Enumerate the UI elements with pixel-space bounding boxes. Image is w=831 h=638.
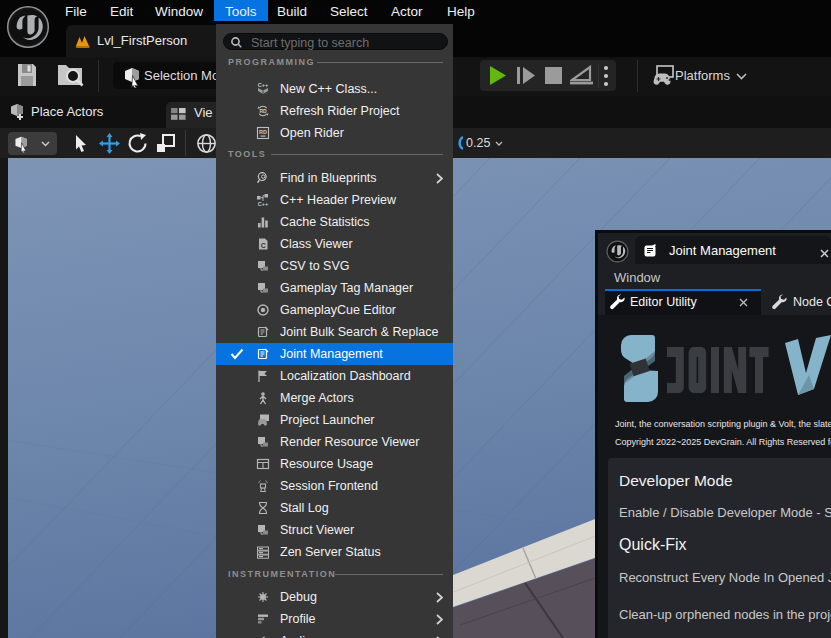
svg-text:RD: RD	[259, 129, 267, 135]
svg-text:RD: RD	[259, 108, 267, 114]
svg-text:C++: C++	[258, 201, 268, 207]
svg-text:C: C	[261, 242, 266, 249]
svg-text:C++: C++	[258, 82, 268, 88]
